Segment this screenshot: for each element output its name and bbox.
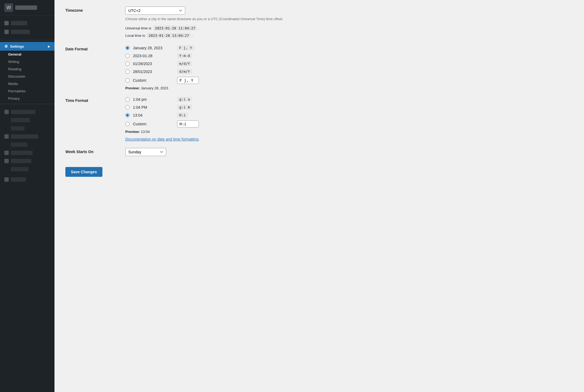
sidebar-blurred-bottom	[0, 106, 54, 186]
timezone-select[interactable]: UTC+2 UTC+0 UTC+1 UTC+3	[125, 7, 185, 15]
time-format-label: Time Format	[65, 97, 125, 103]
date-format-options: January 28, 2023 F j, Y 2023-01-28 Y-m-d…	[125, 45, 573, 84]
date-format-badge-2: Y-m-d	[177, 53, 192, 58]
sidebar-item-discussion[interactable]: Discussion	[0, 73, 54, 80]
week-starts-on-label: Week Starts On	[65, 148, 125, 154]
date-format-label-2[interactable]: 2023-01-28	[133, 54, 174, 58]
wp-logo-icon: W	[4, 3, 13, 12]
time-format-option-1: 1:04 pm g:i a	[125, 97, 573, 102]
date-format-option-4: 28/01/2023 d/m/Y	[125, 69, 573, 74]
time-format-preview-value: 13:04	[141, 130, 150, 134]
time-format-preview-label: Preview:	[125, 130, 140, 134]
timezone-field: UTC+2 UTC+0 UTC+1 UTC+3 Choose either a …	[125, 7, 573, 39]
time-format-badge-1: g:i a	[177, 97, 192, 102]
time-format-label-1[interactable]: 1:04 pm	[133, 97, 174, 102]
time-format-radio-2[interactable]	[125, 105, 130, 110]
doc-link[interactable]: Documentation on date and time formattin…	[125, 137, 199, 141]
date-format-option-custom: Custom:	[125, 77, 573, 84]
date-format-option-2: 2023-01-28 Y-m-d	[125, 53, 573, 58]
sidebar-item-permalinks[interactable]: Permalinks	[0, 87, 54, 95]
date-format-label-custom[interactable]: Custom:	[133, 78, 174, 83]
local-time-value: 2023-01-28 13:04:27	[147, 33, 191, 38]
site-name-blurred	[15, 5, 37, 10]
date-format-option-1: January 28, 2023 F j, Y	[125, 45, 573, 50]
universal-time-row: Universal time is 2023-01-28 11:04:27 .	[125, 25, 573, 31]
date-format-radio-3[interactable]	[125, 62, 130, 66]
sidebar-item-general[interactable]: General	[0, 51, 54, 58]
time-format-custom-input[interactable]	[177, 120, 199, 127]
save-section: Save Changes	[65, 163, 573, 177]
date-format-label-3[interactable]: 01/28/2023	[133, 62, 174, 66]
week-starts-on-select[interactable]: Sunday Monday Tuesday Wednesday Thursday…	[125, 148, 166, 156]
settings-subnav: General Writing Reading Discussion Media…	[0, 51, 54, 102]
local-time-row: Local time is 2023-01-28 13:04:27 .	[125, 32, 573, 39]
sidebar-settings-header[interactable]: ⚙ Settings ▶	[0, 42, 54, 51]
time-format-badge-2: g:i A	[177, 105, 192, 110]
date-format-custom-input[interactable]	[177, 77, 199, 84]
time-format-radio-custom[interactable]	[125, 122, 130, 126]
date-format-radio-1[interactable]	[125, 46, 130, 50]
time-format-radio-1[interactable]	[125, 97, 130, 102]
chevron-right-icon: ▶	[48, 45, 50, 48]
sidebar-logo: W	[0, 0, 54, 16]
settings-icon: ⚙	[4, 44, 8, 48]
date-format-preview-value: January 28, 2023	[141, 86, 168, 90]
date-format-badge-3: m/d/Y	[177, 61, 192, 66]
time-format-label-3[interactable]: 13:04	[133, 113, 174, 117]
universal-time-value: 2023-01-28 11:04:27	[153, 26, 197, 31]
time-format-label-custom[interactable]: Custom:	[133, 122, 174, 126]
date-format-radio-2[interactable]	[125, 54, 130, 58]
time-format-preview: Preview: 13:04	[125, 130, 573, 134]
universal-time-label: Universal time is	[125, 26, 151, 30]
time-format-option-3: 13:04 H:i	[125, 113, 573, 118]
date-format-preview: Preview: January 28, 2023	[125, 86, 573, 90]
date-format-radio-custom[interactable]	[125, 78, 130, 83]
sidebar-item-reading[interactable]: Reading	[0, 65, 54, 73]
sidebar: W ⚙ Settings ▶ General Writing Reading D…	[0, 0, 54, 392]
time-format-radio-3[interactable]	[125, 113, 130, 117]
time-format-row: Time Format 1:04 pm g:i a 1:04 PM g:i A …	[65, 97, 573, 141]
date-format-option-3: 01/28/2023 m/d/Y	[125, 61, 573, 66]
date-format-badge-4: d/m/Y	[177, 69, 192, 74]
date-format-row: Date Format January 28, 2023 F j, Y 2023…	[65, 45, 573, 90]
sidebar-item-writing[interactable]: Writing	[0, 58, 54, 65]
time-format-option-custom: Custom:	[125, 120, 573, 127]
save-changes-button[interactable]: Save Changes	[65, 167, 102, 177]
date-format-badge-1: F j, Y	[177, 45, 194, 50]
main-content: Timezone UTC+2 UTC+0 UTC+1 UTC+3 Choose …	[54, 0, 584, 392]
sidebar-item-media[interactable]: Media	[0, 80, 54, 87]
date-format-label: Date Format	[65, 45, 125, 51]
time-format-field: 1:04 pm g:i a 1:04 PM g:i A 13:04 H:i Cu…	[125, 97, 573, 141]
sidebar-item-privacy[interactable]: Privacy	[0, 95, 54, 102]
settings-label: Settings	[10, 44, 24, 48]
time-format-label-2[interactable]: 1:04 PM	[133, 105, 174, 110]
timezone-description: Choose either a city in the same timezon…	[125, 16, 573, 22]
date-format-radio-4[interactable]	[125, 69, 130, 74]
date-format-label-4[interactable]: 28/01/2023	[133, 69, 174, 74]
local-time-label: Local time is	[125, 34, 145, 38]
doc-link-suffix: .	[199, 137, 200, 141]
time-format-badge-3: H:i	[177, 113, 188, 118]
week-starts-on-row: Week Starts On Sunday Monday Tuesday Wed…	[65, 148, 573, 156]
time-format-option-2: 1:04 PM g:i A	[125, 105, 573, 110]
week-starts-on-field: Sunday Monday Tuesday Wednesday Thursday…	[125, 148, 573, 156]
date-format-preview-label: Preview:	[125, 86, 140, 90]
time-format-options: 1:04 pm g:i a 1:04 PM g:i A 13:04 H:i Cu…	[125, 97, 573, 127]
date-format-label-1[interactable]: January 28, 2023	[133, 46, 174, 50]
time-info: Universal time is 2023-01-28 11:04:27 . …	[125, 25, 573, 39]
doc-link-row: Documentation on date and time formattin…	[125, 137, 573, 141]
sidebar-blurred-top	[0, 17, 54, 38]
timezone-label: Timezone	[65, 7, 125, 13]
date-format-field: January 28, 2023 F j, Y 2023-01-28 Y-m-d…	[125, 45, 573, 90]
timezone-row: Timezone UTC+2 UTC+0 UTC+1 UTC+3 Choose …	[65, 7, 573, 39]
